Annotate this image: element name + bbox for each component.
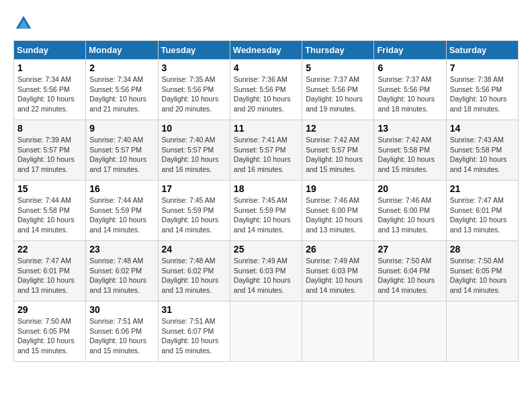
day-cell: 30Sunrise: 7:51 AM Sunset: 6:06 PM Dayli… [86,302,158,362]
day-number: 13 [378,123,442,134]
col-header-saturday: Saturday [446,41,518,60]
day-number: 8 [17,123,82,134]
day-info: Sunrise: 7:45 AM Sunset: 5:59 PM Dayligh… [234,195,298,235]
day-cell: 2Sunrise: 7:34 AM Sunset: 5:56 PM Daylig… [86,60,158,120]
logo [13,13,36,34]
day-number: 19 [306,183,370,194]
day-info: Sunrise: 7:35 AM Sunset: 5:56 PM Dayligh… [162,75,226,114]
day-cell [302,302,374,362]
day-cell: 10Sunrise: 7:40 AM Sunset: 5:57 PM Dayli… [158,120,230,181]
day-info: Sunrise: 7:50 AM Sunset: 6:04 PM Dayligh… [378,256,442,295]
day-number: 14 [450,123,515,134]
day-cell: 9Sunrise: 7:40 AM Sunset: 5:57 PM Daylig… [86,120,158,181]
day-info: Sunrise: 7:44 AM Sunset: 5:58 PM Dayligh… [17,195,82,235]
day-number: 30 [89,304,154,315]
day-info: Sunrise: 7:50 AM Sunset: 6:05 PM Dayligh… [17,316,82,356]
day-number: 10 [162,123,226,134]
day-cell: 11Sunrise: 7:41 AM Sunset: 5:57 PM Dayli… [230,120,302,181]
col-header-thursday: Thursday [302,41,374,60]
day-info: Sunrise: 7:42 AM Sunset: 5:57 PM Dayligh… [306,135,370,175]
header-row: SundayMondayTuesdayWednesdayThursdayFrid… [14,41,519,60]
day-cell: 7Sunrise: 7:38 AM Sunset: 5:56 PM Daylig… [446,60,518,120]
day-number: 28 [450,244,515,255]
day-number: 25 [234,244,298,255]
day-number: 16 [89,183,154,194]
day-number: 27 [378,244,442,255]
day-info: Sunrise: 7:37 AM Sunset: 5:56 PM Dayligh… [378,75,442,114]
day-info: Sunrise: 7:46 AM Sunset: 6:00 PM Dayligh… [378,195,442,235]
day-info: Sunrise: 7:41 AM Sunset: 5:57 PM Dayligh… [234,135,298,175]
day-cell: 17Sunrise: 7:45 AM Sunset: 5:59 PM Dayli… [158,181,230,241]
day-number: 3 [162,62,226,73]
day-number: 5 [306,62,370,73]
col-header-friday: Friday [374,41,446,60]
calendar-table: SundayMondayTuesdayWednesdayThursdayFrid… [13,40,519,362]
day-cell: 18Sunrise: 7:45 AM Sunset: 5:59 PM Dayli… [230,181,302,241]
header [13,13,519,34]
day-info: Sunrise: 7:49 AM Sunset: 6:03 PM Dayligh… [306,256,370,295]
day-number: 26 [306,244,370,255]
day-info: Sunrise: 7:51 AM Sunset: 6:06 PM Dayligh… [89,316,154,356]
day-number: 7 [450,62,515,73]
col-header-wednesday: Wednesday [230,41,302,60]
day-cell: 21Sunrise: 7:47 AM Sunset: 6:01 PM Dayli… [446,181,518,241]
logo-icon [13,13,34,34]
day-info: Sunrise: 7:42 AM Sunset: 5:58 PM Dayligh… [378,135,442,175]
week-row-5: 29Sunrise: 7:50 AM Sunset: 6:05 PM Dayli… [14,302,519,362]
day-cell: 4Sunrise: 7:36 AM Sunset: 5:56 PM Daylig… [230,60,302,120]
day-cell: 12Sunrise: 7:42 AM Sunset: 5:57 PM Dayli… [302,120,374,181]
day-info: Sunrise: 7:37 AM Sunset: 5:56 PM Dayligh… [306,75,370,114]
day-number: 2 [89,62,154,73]
col-header-tuesday: Tuesday [158,41,230,60]
day-info: Sunrise: 7:38 AM Sunset: 5:56 PM Dayligh… [450,75,515,114]
day-number: 20 [378,183,442,194]
day-info: Sunrise: 7:49 AM Sunset: 6:03 PM Dayligh… [234,256,298,295]
day-cell: 24Sunrise: 7:48 AM Sunset: 6:02 PM Dayli… [158,241,230,302]
week-row-3: 15Sunrise: 7:44 AM Sunset: 5:58 PM Dayli… [14,181,519,241]
week-row-4: 22Sunrise: 7:47 AM Sunset: 6:01 PM Dayli… [14,241,519,302]
day-info: Sunrise: 7:34 AM Sunset: 5:56 PM Dayligh… [89,75,154,114]
day-cell: 26Sunrise: 7:49 AM Sunset: 6:03 PM Dayli… [302,241,374,302]
day-cell: 13Sunrise: 7:42 AM Sunset: 5:58 PM Dayli… [374,120,446,181]
day-cell: 14Sunrise: 7:43 AM Sunset: 5:58 PM Dayli… [446,120,518,181]
day-cell: 8Sunrise: 7:39 AM Sunset: 5:57 PM Daylig… [14,120,86,181]
day-number: 9 [89,123,154,134]
col-header-sunday: Sunday [14,41,86,60]
day-info: Sunrise: 7:34 AM Sunset: 5:56 PM Dayligh… [17,75,82,114]
day-cell: 19Sunrise: 7:46 AM Sunset: 6:00 PM Dayli… [302,181,374,241]
day-info: Sunrise: 7:40 AM Sunset: 5:57 PM Dayligh… [89,135,154,175]
day-cell: 31Sunrise: 7:51 AM Sunset: 6:07 PM Dayli… [158,302,230,362]
day-info: Sunrise: 7:48 AM Sunset: 6:02 PM Dayligh… [89,256,154,295]
day-number: 18 [234,183,298,194]
week-row-2: 8Sunrise: 7:39 AM Sunset: 5:57 PM Daylig… [14,120,519,181]
day-cell: 25Sunrise: 7:49 AM Sunset: 6:03 PM Dayli… [230,241,302,302]
day-info: Sunrise: 7:47 AM Sunset: 6:01 PM Dayligh… [17,256,82,295]
day-number: 29 [17,304,82,315]
col-header-monday: Monday [86,41,158,60]
day-info: Sunrise: 7:50 AM Sunset: 6:05 PM Dayligh… [450,256,515,295]
day-cell: 23Sunrise: 7:48 AM Sunset: 6:02 PM Dayli… [86,241,158,302]
day-info: Sunrise: 7:48 AM Sunset: 6:02 PM Dayligh… [162,256,226,295]
day-cell: 22Sunrise: 7:47 AM Sunset: 6:01 PM Dayli… [14,241,86,302]
day-cell: 27Sunrise: 7:50 AM Sunset: 6:04 PM Dayli… [374,241,446,302]
day-number: 31 [162,304,226,315]
day-info: Sunrise: 7:45 AM Sunset: 5:59 PM Dayligh… [162,195,226,235]
day-info: Sunrise: 7:43 AM Sunset: 5:58 PM Dayligh… [450,135,515,175]
day-cell [446,302,518,362]
day-cell: 3Sunrise: 7:35 AM Sunset: 5:56 PM Daylig… [158,60,230,120]
day-info: Sunrise: 7:39 AM Sunset: 5:57 PM Dayligh… [17,135,82,175]
day-info: Sunrise: 7:51 AM Sunset: 6:07 PM Dayligh… [162,316,226,356]
day-number: 22 [17,244,82,255]
day-cell: 29Sunrise: 7:50 AM Sunset: 6:05 PM Dayli… [14,302,86,362]
day-number: 1 [17,62,82,73]
day-number: 6 [378,62,442,73]
day-cell: 5Sunrise: 7:37 AM Sunset: 5:56 PM Daylig… [302,60,374,120]
day-info: Sunrise: 7:44 AM Sunset: 5:59 PM Dayligh… [89,195,154,235]
day-info: Sunrise: 7:40 AM Sunset: 5:57 PM Dayligh… [162,135,226,175]
day-number: 15 [17,183,82,194]
day-number: 24 [162,244,226,255]
day-info: Sunrise: 7:36 AM Sunset: 5:56 PM Dayligh… [234,75,298,114]
day-number: 4 [234,62,298,73]
day-cell: 1Sunrise: 7:34 AM Sunset: 5:56 PM Daylig… [14,60,86,120]
day-cell [374,302,446,362]
